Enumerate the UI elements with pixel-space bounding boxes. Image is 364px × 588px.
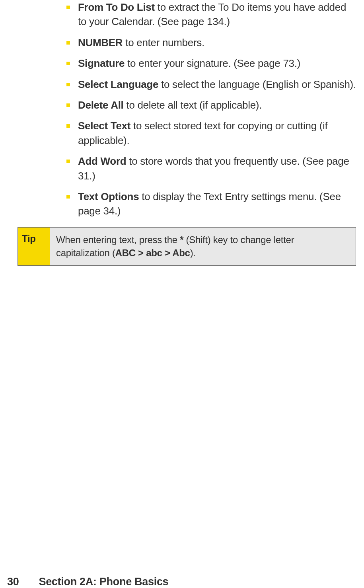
item-bold: Select Text (78, 120, 130, 132)
tip-box: Tip When entering text, press the * (Shi… (18, 227, 356, 266)
list-item: Select Text to select stored text for co… (61, 119, 356, 148)
list-item: Add Word to store words that you frequen… (61, 154, 356, 183)
item-text: to enter your signature. (See page 73.) (125, 57, 300, 69)
footer: 30 Section 2A: Phone Basics (0, 576, 168, 588)
list-item: Select Language to select the language (… (61, 77, 356, 92)
item-bold: Delete All (78, 99, 124, 111)
tip-text-after: ). (190, 247, 196, 258)
tip-body: When entering text, press the * (Shift) … (50, 228, 356, 265)
list-item: Signature to enter your signature. (See … (61, 56, 356, 70)
item-bold: NUMBER (78, 37, 123, 49)
asterisk-icon: * (180, 234, 183, 245)
tip-label: Tip (18, 228, 50, 265)
content-area: From To Do List to extract the To Do ite… (0, 0, 364, 218)
list-item: NUMBER to enter numbers. (61, 35, 356, 50)
list-item: Text Options to display the Text Entry s… (61, 189, 356, 218)
item-bold: Add Word (78, 155, 126, 167)
tip-text-before: When entering text, press the (56, 234, 180, 245)
item-bold: From To Do List (78, 1, 155, 13)
list-item: Delete All to delete all text (if applic… (61, 98, 356, 112)
item-text: to delete all text (if applicable). (124, 99, 262, 111)
list-item: From To Do List to extract the To Do ite… (61, 0, 356, 29)
item-text: to enter numbers. (123, 37, 204, 49)
item-text: to select the language (English or Spani… (158, 78, 356, 90)
item-bold: Signature (78, 57, 125, 69)
bullet-list: From To Do List to extract the To Do ite… (61, 0, 356, 218)
page-number: 30 (7, 576, 19, 588)
section-heading: Section 2A: Phone Basics (39, 576, 168, 588)
tip-bold-text: ABC > abc > Abc (115, 247, 190, 258)
item-bold: Text Options (78, 191, 139, 202)
item-bold: Select Language (78, 78, 158, 90)
